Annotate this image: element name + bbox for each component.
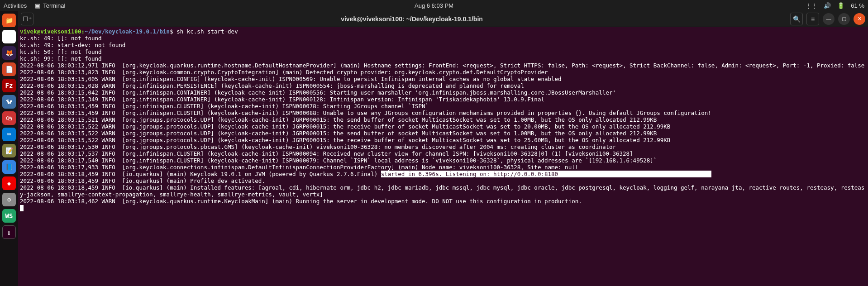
output-line: 2022-08-06 18:03:15,028 WARN [org.infini… [20,82,524,89]
firefox-icon[interactable]: 🦊 [2,46,16,60]
libreoffice-icon[interactable]: 📄 [2,62,16,76]
output-line: 2022-08-06 18:03:17,537 INFO [org.infini… [20,150,633,157]
terminal-icon: ▣ [35,2,40,9]
anydesk-icon[interactable]: ◆ [2,176,16,190]
output-line: 2022-08-06 18:03:17,933 INFO [org.keyclo… [20,164,578,171]
volume-icon[interactable]: 🔊 [824,2,831,9]
files-icon[interactable]: 📁 [2,14,16,27]
wifi-icon[interactable]: ⋮⋮ [806,2,817,9]
output-line: 2022-08-06 18:03:15,349 INFO [org.infini… [20,96,544,103]
terminal-content[interactable]: vivek@viveksoni100:~/Dev/keycloak-19.0.1… [18,27,868,286]
terminal-dock-icon[interactable]: ▯ [2,225,16,239]
output-line: 2022-08-06 18:03:15,459 INFO [org.infini… [20,110,711,116]
output-line: 2022-08-06 18:03:15,005 WARN [org.infini… [20,76,562,82]
search-button[interactable]: 🔍 [790,13,803,25]
highlighted-text: started in 6.396s. Listening on: http://… [381,171,558,177]
minimize-button[interactable]: — [823,13,835,25]
active-app-label: Terminal [43,2,65,9]
cursor [20,205,24,211]
clock[interactable]: Aug 6 6:03 PM [415,2,453,9]
filezilla-icon[interactable]: Fz [2,79,16,92]
activities-button[interactable]: Activities [4,2,27,9]
output-line: 2022-08-06 18:03:15,522 WARN [org.jgroup… [20,137,670,143]
output-line: 2022-08-06 18:03:17,540 INFO [org.infini… [20,157,657,164]
gnome-topbar: Activities ▣ Terminal Aug 6 6:03 PM ⋮⋮ 🔊… [0,0,868,11]
highlight-padding [558,171,711,177]
output-line: kc.sh: 49: [[: not found [20,35,102,42]
entered-command: sh kc.sh start-dev [173,28,238,35]
ubuntu-dock: 📁 ◉ 🦊 📄 Fz 🐿 🛍 ⌨ 📝 📘 ◆ ⊙ WS ▯ [0,11,18,286]
output-line: 2022-08-06 18:03:18,462 WARN [org.keyclo… [20,198,582,205]
webstorm-icon[interactable]: WS [2,209,16,223]
battery-icon[interactable]: 🔋 [837,2,844,9]
prompt-dollar: $ [170,28,173,35]
output-line: 2022-08-06 18:03:18,459 INFO [io.quarkus… [20,171,381,177]
vscode-icon[interactable]: ⌨ [2,128,16,141]
output-line: 2022-08-06 18:03:15,522 WARN [org.jgroup… [20,123,670,130]
new-tab-button[interactable]: ☐⁺ [21,13,33,25]
output-line: kc.sh: 50: [[: not found [20,48,102,55]
output-line: kc.sh: 49: start-dev: not found [20,42,125,48]
gedit-icon[interactable]: 📘 [2,160,16,174]
output-line: 2022-08-06 18:03:15,042 INFO [org.infini… [20,89,616,96]
text-editor-icon[interactable]: 📝 [2,144,16,157]
output-line: 2022-08-06 18:03:15,522 WARN [org.jgroup… [20,130,657,137]
disks-icon[interactable]: ⊙ [2,193,16,206]
output-line: 2022-08-06 18:03:18,459 INFO [io.quarkus… [20,177,268,184]
output-line: 2022-08-06 18:03:17,530 INFO [org.jgroup… [20,143,616,150]
maximize-button[interactable]: ▢ [838,13,850,25]
dbeaver-icon[interactable]: 🐿 [2,95,16,109]
window-title: vivek@viveksoni100: ~/Dev/keycloak-19.0.… [33,15,790,23]
close-button[interactable]: ✕ [854,13,865,25]
output-line: 2022-08-06 18:03:13,823 INFO [org.keyclo… [20,69,548,76]
software-icon[interactable]: 🛍 [2,111,16,125]
output-line: kc.sh: 99: [[: not found [20,55,102,62]
chrome-icon[interactable]: ◉ [2,30,16,43]
prompt-user-host: vivek@viveksoni100: [20,28,85,35]
battery-percent: 61 % [851,2,864,9]
menu-button[interactable]: ≡ [806,13,819,25]
output-line: 2022-08-06 18:03:15,521 WARN [org.jgroup… [20,116,657,123]
prompt-path: ~/Dev/keycloak-19.0.1/bin [85,28,170,35]
output-line: 2022-08-06 18:03:15,459 INFO [org.infini… [20,103,429,110]
output-line: 2022-08-06 18:03:18,459 INFO [io.quarkus… [20,184,864,198]
output-line: 2022-08-06 18:03:12,971 INFO [org.keyclo… [20,62,864,69]
active-app[interactable]: ▣ Terminal [35,2,65,9]
terminal-titlebar: ☐⁺ vivek@viveksoni100: ~/Dev/keycloak-19… [18,11,868,27]
